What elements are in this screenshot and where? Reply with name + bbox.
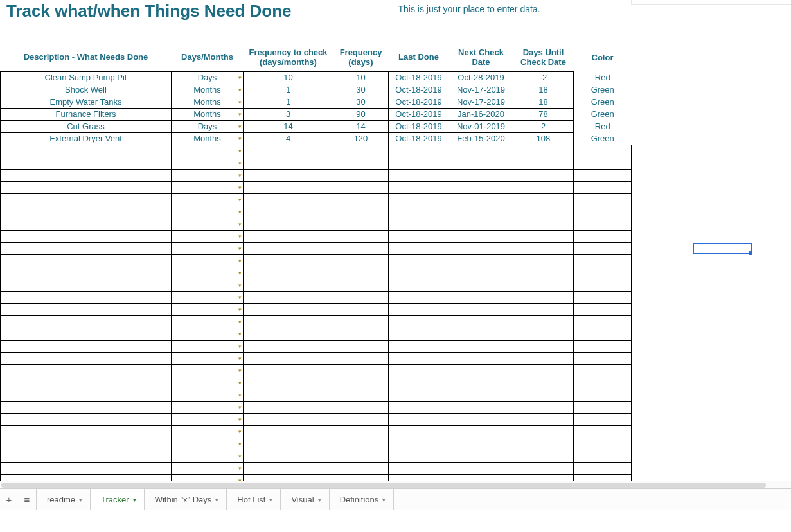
cell-days-months[interactable]: ▾ [172, 425, 244, 438]
cell-days-months[interactable]: ▾ [172, 242, 244, 254]
cell-freq-check[interactable] [244, 328, 333, 340]
cell-days-months[interactable]: ▾ [172, 218, 244, 230]
cell-description[interactable] [1, 169, 172, 181]
add-sheet-button[interactable]: + [0, 494, 18, 505]
cell-last-done[interactable]: Oct-18-2019 [389, 120, 449, 132]
cell-freq-check[interactable]: 14 [244, 120, 333, 132]
cell-last-done[interactable] [389, 230, 449, 242]
cell-freq-check[interactable] [244, 401, 333, 413]
cell-freq-check[interactable] [244, 279, 333, 291]
cell-last-done[interactable] [389, 242, 449, 254]
active-cell-selection[interactable] [693, 243, 752, 254]
cell-days-months[interactable]: ▾ [172, 413, 244, 425]
cell-last-done[interactable] [389, 279, 449, 291]
cell-days-months[interactable]: ▾ [172, 377, 244, 389]
cell-freq-check[interactable] [244, 377, 333, 389]
cell-last-done[interactable] [389, 169, 449, 181]
fill-handle[interactable] [749, 251, 752, 255]
sheet-tab[interactable]: Hot List▾ [227, 489, 281, 511]
cell-description[interactable] [1, 303, 172, 315]
cell-last-done[interactable]: Oct-18-2019 [389, 96, 449, 108]
cell-description[interactable] [1, 242, 172, 254]
cell-description[interactable] [1, 193, 172, 206]
cell-last-done[interactable]: Oct-18-2019 [389, 71, 449, 84]
cell-freq-check[interactable] [244, 181, 333, 193]
cell-description[interactable] [1, 352, 172, 364]
horizontal-scrollbar[interactable] [0, 481, 791, 488]
cell-freq-check[interactable] [244, 462, 333, 474]
cell-freq-check[interactable] [244, 218, 333, 230]
cell-days-months[interactable]: ▾ [172, 462, 244, 474]
cell-last-done[interactable] [389, 425, 449, 438]
cell-last-done[interactable] [389, 340, 449, 352]
cell-description[interactable] [1, 157, 172, 169]
cell-last-done[interactable]: Oct-18-2019 [389, 84, 449, 96]
cell-freq-check[interactable] [244, 291, 333, 303]
cell-description[interactable] [1, 315, 172, 328]
cell-description[interactable]: Cut Grass [1, 120, 172, 132]
cell-freq-check[interactable] [244, 157, 333, 169]
cell-freq-check[interactable] [244, 169, 333, 181]
cell-description[interactable] [1, 218, 172, 230]
cell-last-done[interactable]: Oct-18-2019 [389, 108, 449, 120]
cell-days-months[interactable]: ▾ [172, 267, 244, 279]
cell-description[interactable]: Empty Water Tanks [1, 96, 172, 108]
cell-freq-check[interactable] [244, 352, 333, 364]
sheet-tab[interactable]: Definitions▾ [330, 489, 395, 511]
sheet-tab[interactable]: Tracker▾ [91, 489, 145, 511]
cell-description[interactable] [1, 425, 172, 438]
cell-description[interactable] [1, 450, 172, 462]
cell-freq-check[interactable] [244, 425, 333, 438]
cell-description[interactable] [1, 364, 172, 377]
cell-last-done[interactable] [389, 377, 449, 389]
cell-days-months[interactable]: Days▾ [172, 120, 244, 132]
cell-last-done[interactable] [389, 352, 449, 364]
cell-days-months[interactable]: ▾ [172, 254, 244, 267]
cell-last-done[interactable] [389, 254, 449, 267]
cell-last-done[interactable] [389, 218, 449, 230]
cell-description[interactable] [1, 254, 172, 267]
cell-days-months[interactable]: ▾ [172, 206, 244, 218]
horizontal-scrollbar-thumb[interactable] [1, 483, 766, 488]
cell-days-months[interactable]: ▾ [172, 401, 244, 413]
cell-last-done[interactable] [389, 145, 449, 157]
cell-days-months[interactable]: ▾ [172, 352, 244, 364]
cell-description[interactable]: External Dryer Vent [1, 132, 172, 145]
cell-description[interactable] [1, 401, 172, 413]
cell-last-done[interactable] [389, 462, 449, 474]
cell-days-months[interactable]: ▾ [172, 181, 244, 193]
cell-description[interactable] [1, 377, 172, 389]
cell-last-done[interactable] [389, 193, 449, 206]
cell-days-months[interactable]: ▾ [172, 340, 244, 352]
cell-freq-check[interactable] [244, 438, 333, 450]
cell-days-months[interactable]: ▾ [172, 157, 244, 169]
cell-days-months[interactable]: Months▾ [172, 84, 244, 96]
cell-freq-check[interactable] [244, 242, 333, 254]
cell-last-done[interactable] [389, 303, 449, 315]
cell-freq-check[interactable] [244, 389, 333, 401]
cell-days-months[interactable]: ▾ [172, 303, 244, 315]
all-sheets-menu-button[interactable]: ≡ [18, 494, 36, 505]
cell-days-months[interactable]: Months▾ [172, 108, 244, 120]
cell-last-done[interactable] [389, 401, 449, 413]
cell-freq-check[interactable] [244, 206, 333, 218]
cell-last-done[interactable] [389, 267, 449, 279]
cell-days-months[interactable]: Months▾ [172, 132, 244, 145]
cell-description[interactable]: Furnance Filters [1, 108, 172, 120]
cell-description[interactable] [1, 145, 172, 157]
cell-freq-check[interactable] [244, 340, 333, 352]
cell-description[interactable] [1, 328, 172, 340]
cell-description[interactable] [1, 291, 172, 303]
cell-freq-check[interactable]: 1 [244, 96, 333, 108]
cell-description[interactable] [1, 267, 172, 279]
cell-days-months[interactable]: ▾ [172, 450, 244, 462]
cell-description[interactable] [1, 206, 172, 218]
cell-days-months[interactable]: ▾ [172, 230, 244, 242]
cell-last-done[interactable] [389, 206, 449, 218]
cell-freq-check[interactable] [244, 193, 333, 206]
cell-freq-check[interactable]: 10 [244, 71, 333, 84]
cell-days-months[interactable]: ▾ [172, 279, 244, 291]
sheet-tab[interactable]: Visual▾ [281, 489, 329, 511]
cell-freq-check[interactable] [244, 267, 333, 279]
cell-last-done[interactable] [389, 328, 449, 340]
